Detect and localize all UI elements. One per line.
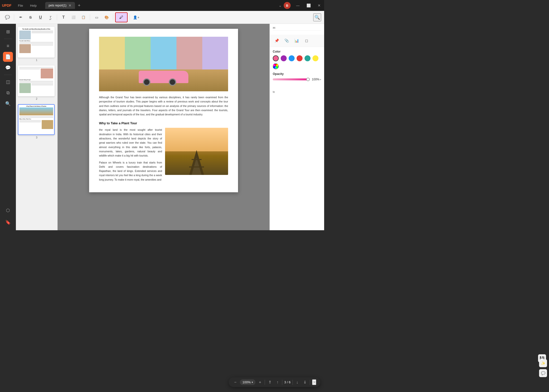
sidebar-icon-text[interactable]: ≡ <box>3 41 13 51</box>
new-tab-button[interactable]: + <box>78 3 81 8</box>
thumbnail-panel: The Health and Mood-Boosting Benefits of… <box>16 24 58 230</box>
help-menu[interactable]: Help <box>28 3 39 8</box>
color-swatch-purple[interactable] <box>281 55 287 61</box>
wavy-underline-button[interactable]: T <box>46 13 55 22</box>
toolbar-divider-1 <box>14 14 14 20</box>
search-button[interactable]: 🔍 <box>313 13 321 21</box>
pen-button[interactable]: ✒ <box>16 13 25 22</box>
thumbnail-page-1[interactable]: The Health and Mood-Boosting Benefits of… <box>18 27 55 62</box>
pdf-image-col <box>165 128 228 184</box>
color-picker-button[interactable]: 🎨 <box>102 13 111 22</box>
pdf-body-paragraph-2: the royal land is the most sought after … <box>99 128 162 158</box>
thumb-label-1: 1 <box>18 59 55 62</box>
main-toolbar: 💬 ✒ S U T T ⬜ 📋 ▭ 🎨 🖊 👤+ 🔍 <box>0 11 324 24</box>
color-swatch-red[interactable] <box>297 55 303 61</box>
annotation-sub-toolbar: 📌 📎 📊 ◻ <box>270 35 324 47</box>
app-logo: UPDF <box>2 3 11 7</box>
text-button[interactable]: T <box>59 13 68 22</box>
thumbnail-page-2[interactable]: Animals Helping People 2 <box>18 65 55 100</box>
color-swatch-teal[interactable] <box>305 55 310 61</box>
titlebar: UPDF File Help pets report(1) ✕ + ⌄ B — … <box>0 0 324 11</box>
main-content: ⊞ ≡ 📄 💬 ◫ ⧉ 🔍 ⬡ 🔖 The Health and Mood-Bo… <box>0 24 324 230</box>
sidebar-icon-layers-bottom[interactable]: ⬡ <box>3 205 13 215</box>
thumbnail-page-3[interactable]: A Key Phase in the History of Tourism Wh… <box>18 104 55 139</box>
text-box-button[interactable]: ⬜ <box>69 13 78 22</box>
pdf-body-paragraph-1: Although the Grand Tour has been examine… <box>99 95 228 117</box>
pdf-text-col: the royal land is the most sought after … <box>99 128 162 184</box>
link-annotation-btn[interactable]: 📎 <box>283 37 291 45</box>
underline-button[interactable]: U <box>36 13 45 22</box>
highlight-pen-icon: 🖊 <box>119 15 123 20</box>
share-button[interactable]: 👤+ <box>132 13 141 22</box>
highlight-active-button[interactable]: 🖊 <box>115 12 128 22</box>
shape-button[interactable]: ▭ <box>92 13 101 22</box>
opacity-row: 100% ▾ <box>273 78 321 81</box>
sidebar-icon-copy[interactable]: ⧉ <box>3 88 13 98</box>
left-sidebar: ⊞ ≡ 📄 💬 ◫ ⧉ 🔍 ⬡ 🔖 <box>0 24 16 230</box>
active-tab[interactable]: pets report(1) ✕ <box>45 2 75 9</box>
minimize-button[interactable]: — <box>295 3 301 8</box>
sidebar-icon-layers[interactable]: ◫ <box>3 77 13 87</box>
sidebar-icon-pages[interactable]: ⊞ <box>3 27 13 37</box>
tab-close-button[interactable]: ✕ <box>69 3 71 7</box>
callout-button[interactable]: 📋 <box>79 13 88 22</box>
pdf-page-3: Although the Grand Tour has been examine… <box>89 29 238 192</box>
right-text-as: as <box>270 24 324 35</box>
opacity-section: Opacity 100% ▾ <box>270 72 324 84</box>
right-text-to: to <box>270 88 324 96</box>
opacity-slider[interactable] <box>273 78 310 80</box>
color-swatch-yellow[interactable] <box>312 55 318 61</box>
eraser-annotation-btn[interactable]: ◻ <box>303 37 310 45</box>
sidebar-icon-ocr[interactable]: 🔍 <box>3 99 13 109</box>
pin-annotation-btn[interactable]: 📌 <box>273 37 281 45</box>
file-menu[interactable]: File <box>15 3 26 8</box>
toolbar-divider-2 <box>57 14 57 20</box>
pdf-viewer: Although the Grand Tour has been examine… <box>58 24 270 230</box>
color-swatches <box>273 55 321 69</box>
thumb-label-3: 3 <box>18 136 55 139</box>
tab-title: pets report(1) <box>49 4 67 7</box>
pdf-hero-image <box>99 37 228 91</box>
opacity-value-display: 100% ▾ <box>312 78 321 81</box>
toolbar-divider-5 <box>130 14 130 20</box>
dropdown-icon[interactable]: ⌄ <box>279 3 282 7</box>
maximize-button[interactable]: ⬜ <box>305 3 312 8</box>
color-label: Color <box>273 50 321 53</box>
color-section: Color <box>270 47 324 72</box>
sidebar-separator-2 <box>4 75 12 75</box>
opacity-label: Opacity <box>273 72 321 76</box>
right-annotation-panel: as 📌 📎 📊 ◻ Color Opacity <box>270 24 324 230</box>
comment-button[interactable]: 💬 <box>3 13 12 22</box>
chart-annotation-btn[interactable]: 📊 <box>293 37 301 45</box>
pdf-two-col-section: the royal land is the most sought after … <box>99 128 228 184</box>
opacity-thumb[interactable] <box>306 78 310 81</box>
sidebar-separator-1 <box>4 39 12 39</box>
sidebar-icon-comments[interactable]: 💬 <box>3 63 13 73</box>
sidebar-icon-highlight[interactable]: 📄 <box>3 52 13 62</box>
toolbar-divider-4 <box>113 14 113 20</box>
color-swatch-pink[interactable] <box>273 55 279 61</box>
pdf-body-paragraph-3: Palace on Wheels is a luxury train that … <box>99 161 162 182</box>
strikethrough-button[interactable]: S <box>26 13 35 22</box>
toolbar-divider-3 <box>90 14 90 20</box>
avatar[interactable]: B <box>284 2 291 9</box>
close-button[interactable]: ✕ <box>316 3 322 8</box>
color-swatch-multicolor[interactable] <box>273 63 279 69</box>
sidebar-icon-bookmark[interactable]: 🔖 <box>3 217 13 227</box>
thumb-label-2: 2 <box>18 97 55 100</box>
pdf-section-heading: Why to Take a Plant Tour <box>99 121 228 126</box>
color-swatch-blue[interactable] <box>289 55 295 61</box>
